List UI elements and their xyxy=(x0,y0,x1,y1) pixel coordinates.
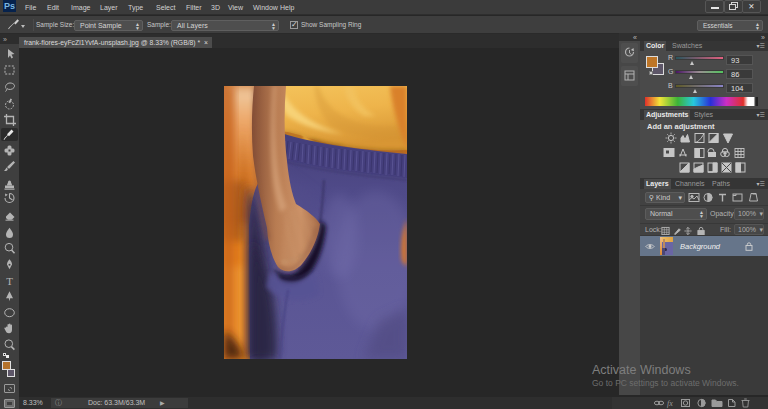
svg-text:fx: fx xyxy=(667,399,673,408)
svg-text:T: T xyxy=(6,275,13,287)
